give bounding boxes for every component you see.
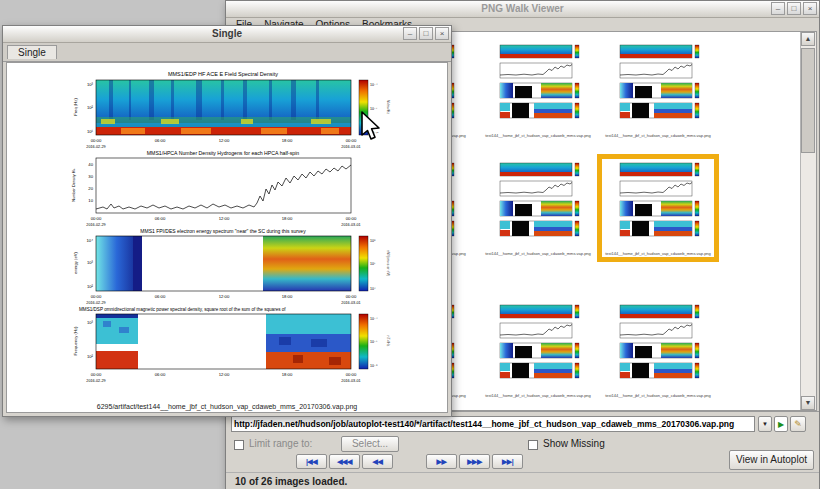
p4-ytick: 10²: [87, 354, 94, 359]
mouse-cursor: [360, 110, 384, 142]
p2-xtick: 12:00: [219, 216, 230, 221]
p4-colorbar-unit: nT²/Hz: [386, 336, 390, 347]
p2-ytick: 40: [88, 162, 93, 167]
scrollbar-down-button[interactable]: ▼: [801, 396, 815, 410]
pngwalk-titlebar[interactable]: PNG Walk Viewer – □ ×: [226, 1, 819, 18]
p3-title: MMS1 FPI/DES electron energy spectrum "n…: [140, 228, 306, 234]
limit-range-checkbox[interactable]: [234, 440, 244, 450]
thumbnail-image: [608, 301, 708, 393]
minimize-button[interactable]: –: [403, 27, 417, 40]
p4-ctick: 10⁻⁴: [370, 317, 378, 321]
p3-xtick: 00:00: [346, 294, 357, 299]
p1-ytick: 10¹: [87, 129, 94, 134]
p1-title: MMS1/EDP HF ACE E Field Spectral Density: [168, 71, 278, 77]
p3-xtick: 06:00: [155, 294, 166, 299]
single-view-window: Single – □ × Single MMS1/EDP HF ACE E Fi…: [2, 25, 452, 417]
p1-ytick: 10²: [87, 105, 94, 110]
nav-prev-page-button[interactable]: ◀◀◀: [329, 454, 360, 469]
p3-xtick: 18:00: [282, 294, 293, 299]
pngwalk-url-input[interactable]: http://jfaden.net/hudson/job/autoplot-te…: [231, 416, 755, 432]
view-in-autoplot-button[interactable]: View in Autoplot: [729, 450, 814, 470]
p4-date-start: 2016-02-29: [86, 379, 105, 383]
p3-ytick: 10⁴: [87, 238, 94, 243]
url-dropdown-button[interactable]: ▼: [758, 416, 772, 432]
nav-last-button[interactable]: ▶▶|: [492, 454, 523, 469]
edit-bookmark-button[interactable]: ✎: [790, 416, 806, 432]
thumbnail-image: [608, 159, 708, 251]
p1-ytick: 10³: [87, 82, 94, 87]
thumbnail-caption: test144__home_jbf_ct_hudson_vap_cdaweb_m…: [602, 133, 714, 139]
maximize-button[interactable]: □: [419, 27, 433, 40]
pencil-icon: ✎: [794, 419, 802, 429]
thumbnail[interactable]: test144__home_jbf_ct_hudson_vap_cdaweb_m…: [482, 41, 594, 139]
p2-date-start: 2016-02-29: [86, 223, 105, 227]
p4-ylabel: Frequency (Hz): [73, 326, 78, 355]
p2-ytick: 10: [88, 198, 93, 203]
single-window-title: Single: [212, 28, 242, 39]
show-missing-checkbox[interactable]: [528, 440, 538, 450]
p1-ylabel: Freq (Hz): [73, 98, 78, 116]
thumbnail[interactable]: test144__home_jbf_ct_hudson_vap_cdaweb_m…: [482, 159, 594, 257]
p4-xtick: 06:00: [155, 372, 166, 377]
p2-xtick: 06:00: [155, 216, 166, 221]
p4-date-end: 2016-03-01: [341, 379, 360, 383]
scrollbar-up-button[interactable]: ▲: [801, 32, 815, 46]
p4-xtick: 00:00: [346, 372, 357, 377]
p4-xtick: 00:00: [91, 372, 102, 377]
p4-ytick: 10³: [87, 320, 94, 325]
thumbnail[interactable]: test144__home_jbf_ct_hudson_vap_cdaweb_m…: [482, 301, 594, 399]
tab-strip: Single: [3, 43, 451, 62]
p1-xtick: 12:00: [219, 138, 230, 143]
p2-xtick: 00:00: [91, 216, 102, 221]
nav-next-button[interactable]: ▶▶: [426, 454, 457, 469]
thumbnail-image: [488, 159, 588, 251]
p4-title: MMS1/DSP omnidirectional magnetic power …: [79, 307, 286, 312]
p3-xtick: 00:00: [91, 294, 102, 299]
tab-single[interactable]: Single: [7, 45, 57, 59]
p4-ctick: 10⁻⁶: [370, 340, 378, 344]
select-range-button[interactable]: Select...: [341, 436, 399, 452]
single-titlebar[interactable]: Single – □ ×: [3, 26, 451, 43]
nav-prev-button[interactable]: ◀◀: [362, 454, 393, 469]
close-button[interactable]: ×: [803, 2, 817, 15]
nav-next-page-button[interactable]: ▶▶▶: [459, 454, 490, 469]
p3-ctick: 10⁶: [370, 262, 376, 266]
p4-ctick: 10⁻⁸: [370, 364, 378, 368]
limit-range-label: Limit range to:: [249, 438, 312, 449]
p3-date-start: 2016-02-29: [86, 301, 105, 305]
thumbnail-image: [488, 301, 588, 393]
thumbnail-selected[interactable]: test144__home_jbf_ct_hudson_vap_cdaweb_m…: [602, 159, 714, 257]
p3-colorbar-unit: eV/(cm² s sr eV): [386, 250, 390, 276]
p1-colorbar-unit: V²/m²/Hz: [386, 100, 390, 114]
p1-xtick: 00:00: [346, 138, 357, 143]
p1-date-start: 2016-02-29: [86, 145, 105, 149]
play-icon: ▶: [778, 420, 784, 429]
p2-ytick: 20: [88, 186, 93, 191]
maximize-button[interactable]: □: [787, 2, 801, 15]
p3-ctick: 10⁸: [370, 239, 376, 243]
p1-xtick: 00:00: [91, 138, 102, 143]
thumbnail[interactable]: test144__home_jbf_ct_hudson_vap_cdaweb_m…: [602, 301, 714, 399]
p3-ytick: 10²: [87, 284, 94, 289]
single-image-caption: 6295/artifact/test144__home_jbf_ct_hudso…: [7, 403, 447, 410]
thumbnail-caption: test144__home_jbf_ct_hudson_vap_cdaweb_m…: [602, 393, 714, 399]
thumbnail[interactable]: test144__home_jbf_ct_hudson_vap_cdaweb_m…: [602, 41, 714, 139]
thumbnail-caption: test144__home_jbf_ct_hudson_vap_cdaweb_m…: [602, 251, 714, 257]
go-button[interactable]: ▶: [774, 416, 788, 432]
p2-ytick: 30: [88, 174, 93, 179]
p1-date-end: 2016-03-01: [341, 145, 360, 149]
thumbnail-caption: test144__home_jbf_ct_hudson_vap_cdaweb_m…: [482, 133, 594, 139]
p2-xtick: 00:00: [346, 216, 357, 221]
status-text: 10 of 26 images loaded.: [235, 476, 347, 487]
minimize-button[interactable]: –: [771, 2, 785, 15]
p2-ylabel: Number Density H+: [72, 168, 76, 202]
chevron-down-icon: ▼: [762, 421, 768, 427]
scrollbar-thumb[interactable]: [801, 48, 815, 153]
nav-first-button[interactable]: |◀◀: [296, 454, 327, 469]
p1-xtick: 18:00: [282, 138, 293, 143]
p4-xtick: 18:00: [282, 372, 293, 377]
vertical-scrollbar[interactable]: ▲ ▼: [800, 32, 816, 410]
p2-date-end: 2016-03-01: [341, 223, 360, 227]
close-button[interactable]: ×: [435, 27, 449, 40]
show-missing-label: Show Missing: [543, 438, 605, 449]
